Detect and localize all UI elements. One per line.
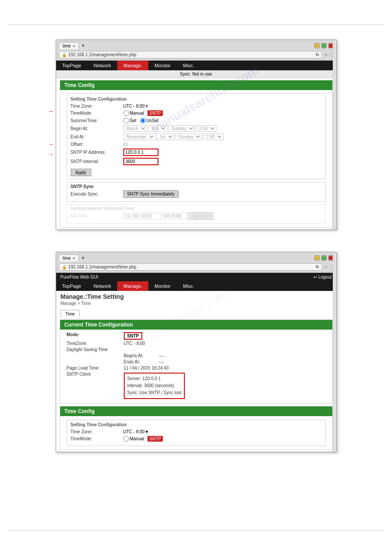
sync-label-2: Sync: xyxy=(127,390,140,395)
manual-label-2: Manual xyxy=(130,436,144,441)
nav-monitor-2[interactable]: Monitor xyxy=(148,281,177,291)
arrow-annotation-2: → xyxy=(48,141,54,148)
nav-manage-1[interactable]: Manage. xyxy=(117,61,148,70)
summer-unset-input-1[interactable] xyxy=(140,118,146,123)
maximize-btn-1[interactable]: □ xyxy=(321,43,327,48)
timezone-dropdown-2[interactable]: ▼ xyxy=(144,429,149,434)
manual-radio-input-2[interactable] xyxy=(123,436,129,442)
arrow-annotation-3: → xyxy=(48,151,54,158)
interval-label-2: Interval: xyxy=(127,383,144,388)
set-time-clock-input-1[interactable] xyxy=(162,213,187,219)
sntp-interval-input-1[interactable] xyxy=(123,158,158,165)
manual-radio-2[interactable]: Manual xyxy=(123,436,144,442)
nav-bar-1: TopPage Network Manage. Monitor Misc. xyxy=(56,61,336,70)
offset-label-1: Offset: xyxy=(71,142,123,147)
timezone-row-1: Time Zone: UTC - 8:00 ▼ xyxy=(71,104,322,109)
end-day-select-1[interactable]: Sunday xyxy=(176,134,202,140)
refresh-icon-1: ↻ xyxy=(316,52,319,57)
browser-tab-2[interactable]: time × xyxy=(59,254,79,261)
timezone-dropdown-1[interactable]: ▼ xyxy=(144,104,149,109)
logout-button-2[interactable]: ↩ Logout xyxy=(313,275,332,279)
screenshot-1: manualsarchive.com time × + ─ □ ✕ xyxy=(56,40,337,230)
set-time-label-1: Set Time: xyxy=(71,214,123,218)
tab-close-btn-2[interactable]: × xyxy=(72,256,75,261)
maximize-btn-2[interactable]: □ xyxy=(321,255,327,261)
tab-bar-2: Time xyxy=(56,309,336,318)
time-config-header-1: Time Config xyxy=(60,80,332,90)
config-table-2: Mode: SNTP TimeZone: UTC - 8:00 Daylight… xyxy=(60,330,332,403)
nav-toppage-2[interactable]: TopPage xyxy=(56,281,87,291)
sync-now-button-1[interactable]: SNTP Sync Immediately xyxy=(123,190,179,198)
browser-icons-2: ☆ ⋮ xyxy=(324,265,334,269)
timemode-radio-group-2: Manual SNTP xyxy=(123,436,163,442)
scrollbar-1[interactable] xyxy=(333,40,336,229)
new-tab-btn-2[interactable]: + xyxy=(80,254,86,262)
beginat-row-1: Begin At: March 2nd Sunday xyxy=(71,125,322,132)
timemode-radio-group-1: Manual SNTP xyxy=(123,110,163,116)
end-time-select-1[interactable]: 2:00 xyxy=(203,134,223,140)
star-icon-1[interactable]: ☆ xyxy=(324,52,328,57)
group-title-1: Setting Time Configuration xyxy=(71,97,322,102)
address-bar-1[interactable]: 🔒 192.168.1.1/management/time.php ↻ xyxy=(59,51,322,58)
browser-chrome-1: time × + ─ □ ✕ 🔒 192.168.1.1/managemen xyxy=(56,40,336,61)
time-config-section-2: Time Config Setting Time Configuration T… xyxy=(60,406,333,450)
beginat-label-1: Begin At: xyxy=(71,126,123,131)
new-tab-btn-1[interactable]: + xyxy=(80,42,86,50)
apply-button-1[interactable]: Apply xyxy=(71,169,91,176)
nav-monitor-1[interactable]: Monitor xyxy=(148,61,177,70)
minimize-btn-1[interactable]: ─ xyxy=(314,43,320,48)
nav-misc-2[interactable]: Misc. xyxy=(177,281,201,291)
address-bar-2[interactable]: 🔒 192.168.1.1/management/time.php ↻ xyxy=(59,263,322,271)
star-icon-2[interactable]: ☆ xyxy=(324,265,328,269)
app-title-2: PureFlow Web GUI xyxy=(61,275,98,279)
begin-month-select-1[interactable]: March xyxy=(123,125,147,132)
minimize-btn-2[interactable]: ─ xyxy=(314,255,320,261)
breadcrumb-2: Manage > Time xyxy=(61,301,332,306)
bottom-divider xyxy=(9,530,383,531)
sync-value-2: Use SNTP / Sync lost xyxy=(139,390,181,395)
page-title-area-2: Manage.:Time Setting Manage > Time xyxy=(56,291,336,309)
manual-radio-1[interactable]: Manual xyxy=(123,110,144,116)
url-display-2: 192.168.1.1/management/time.php xyxy=(68,265,314,269)
sntp-ip-input-1[interactable] xyxy=(123,149,158,156)
tab-title-2: time xyxy=(63,256,71,261)
current-time-section-2: Current Time Configuration Mode: SNTP Ti… xyxy=(60,319,333,403)
summer-set-input-1[interactable] xyxy=(123,118,129,123)
form-content-2: Setting Time Configuration Time Zone: UT… xyxy=(60,416,332,450)
screenshot-2: manualsarchive.com time × + ─ □ ✕ xyxy=(56,252,337,452)
window-controls-1: ─ □ ✕ xyxy=(314,43,334,48)
scrollbar-2[interactable] xyxy=(333,252,336,452)
time-tab-2[interactable]: Time xyxy=(61,310,80,318)
app-header-2: PureFlow Web GUI ↩ Logout xyxy=(56,273,336,281)
set-time-date-input-1[interactable] xyxy=(123,213,161,219)
nav-network-1[interactable]: Network xyxy=(87,61,117,70)
cur-timezone-value-2: UTC - 8:00 xyxy=(124,341,145,346)
begins-at-row-2: Begins At: ---- xyxy=(67,353,326,358)
summertime-row-1: SummerTime: Set UnSet xyxy=(71,118,322,123)
timezone-label-1: Time Zone: xyxy=(71,104,123,109)
manual-radio-input-1[interactable] xyxy=(123,110,129,116)
logout-icon-2: ↩ xyxy=(313,275,317,279)
end-week-select-1[interactable]: 1st xyxy=(157,134,174,140)
browser-tab-1[interactable]: time × xyxy=(59,42,79,49)
set-time-button-1[interactable]: Set Time xyxy=(188,212,213,220)
manual-label-1: Manual xyxy=(130,111,144,116)
sync-status-1: Sync: Not in use xyxy=(180,72,212,76)
summer-unset-radio-1[interactable]: UnSet xyxy=(140,118,159,123)
begin-time-select-1[interactable]: 2:00 xyxy=(196,125,216,132)
nav-network-2[interactable]: Network xyxy=(87,281,117,291)
summer-set-radio-1[interactable]: Set xyxy=(123,118,137,123)
address-row-1: 🔒 192.168.1.1/management/time.php ↻ ☆ ⋮ xyxy=(59,51,334,58)
nav-manage-2[interactable]: Manage. xyxy=(117,281,148,291)
sntp-sync-title-1: SNTP Sync xyxy=(71,184,322,189)
nav-misc-1[interactable]: Misc. xyxy=(177,61,201,70)
nav-toppage-1[interactable]: TopPage xyxy=(56,61,87,70)
begin-week-select-1[interactable]: 2nd xyxy=(148,125,167,132)
begin-day-select-1[interactable]: Sunday xyxy=(169,125,195,132)
end-month-select-1[interactable]: November xyxy=(123,134,155,140)
cur-timezone-row-2: TimeZone: UTC - 8:00 xyxy=(67,341,326,346)
beginat-selects-1: March 2nd Sunday 2:00 xyxy=(123,125,216,132)
dst-row-2: Daylight Saving Time xyxy=(67,347,326,352)
tab-close-btn-1[interactable]: × xyxy=(72,44,75,48)
timemode-label-1: TimeMode: xyxy=(71,111,123,116)
